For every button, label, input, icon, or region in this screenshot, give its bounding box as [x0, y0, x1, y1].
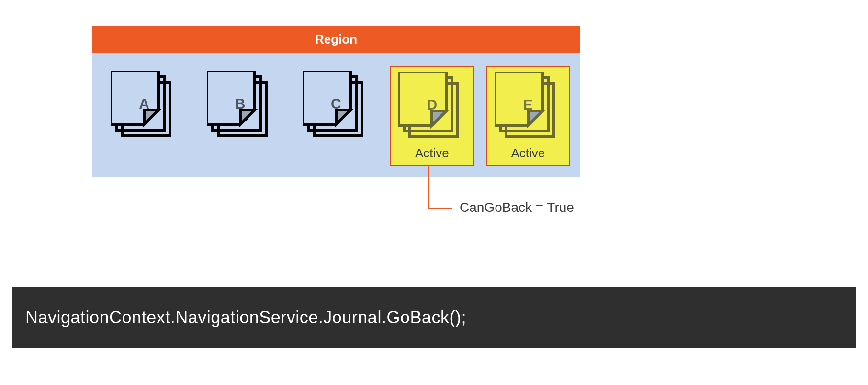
view-label: C [294, 96, 378, 112]
active-label: Active [487, 146, 569, 161]
view-label: D [391, 97, 473, 113]
callout-cangoback: CanGoBack = True [460, 200, 574, 215]
view-e-active: E Active [486, 66, 570, 166]
region-body: A B C D Active E Active [92, 53, 580, 177]
view-c: C [294, 66, 378, 166]
view-d-active: D Active [390, 66, 473, 166]
view-b: B [198, 66, 282, 166]
region-title: Region [92, 26, 580, 53]
code-snippet: NavigationContext.NavigationService.Jour… [12, 287, 856, 348]
view-a: A [102, 66, 186, 166]
region-container: Region A B C D Active E Active [92, 26, 580, 177]
active-label: Active [391, 146, 473, 161]
view-label: B [198, 96, 282, 112]
view-label: E [487, 97, 569, 113]
view-label: A [102, 96, 186, 112]
